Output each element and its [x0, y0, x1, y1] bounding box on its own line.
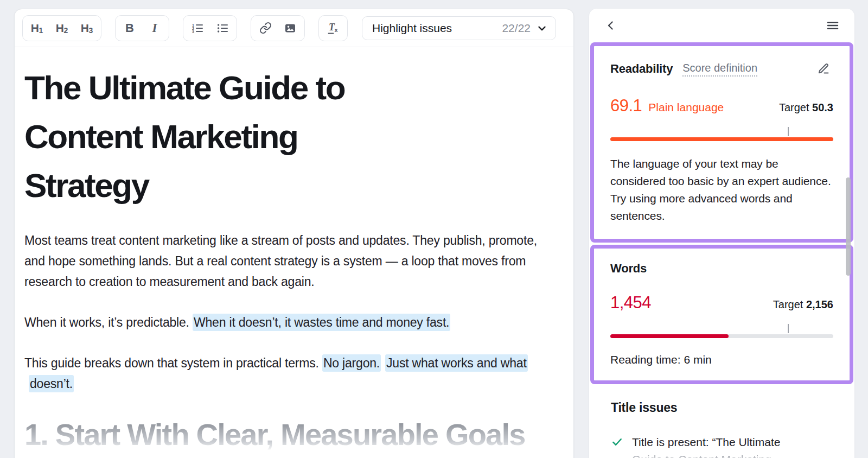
image-icon	[284, 22, 297, 35]
words-title: Words	[610, 262, 647, 276]
edit-target-button[interactable]	[814, 59, 833, 79]
list-button-group: 1 2 3	[183, 15, 237, 41]
h1-button[interactable]: H1	[24, 17, 49, 39]
editor-panel: H1 H2 H3 B I	[14, 9, 574, 458]
bold-label: B	[125, 21, 134, 35]
chevron-left-icon	[604, 19, 617, 32]
document-title-line: Content Marketing	[24, 112, 564, 161]
edit-pencil-icon	[817, 62, 830, 75]
ordered-list-button[interactable]: 1 2 3	[185, 17, 210, 39]
highlight-issues-count: 22/22	[502, 22, 531, 35]
insert-button-group	[251, 15, 305, 41]
h2-label: H	[56, 22, 64, 35]
ordered-list-icon: 1 2 3	[191, 22, 204, 35]
title-issue-text: Title is present: “The Ultimate Guide to…	[632, 434, 780, 458]
link-button[interactable]	[253, 17, 278, 39]
image-button[interactable]	[278, 17, 303, 39]
italic-label: I	[152, 21, 157, 35]
score-definition-link[interactable]: Score definition	[682, 62, 757, 77]
readability-target-marker	[788, 127, 789, 136]
readability-description: The language of your text may be conside…	[610, 155, 833, 225]
clear-format-group: T x	[318, 15, 348, 41]
readability-progress-bar	[610, 137, 833, 141]
heading-button-group: H1 H2 H3	[22, 15, 101, 41]
readability-score: 69.1	[610, 96, 642, 116]
clear-formatting-icon: T x	[326, 21, 340, 35]
words-progress-bar	[610, 334, 833, 338]
highlighted-issue-text: No jargon.	[322, 354, 381, 372]
word-count: 1,454	[610, 293, 651, 313]
unordered-list-icon	[216, 22, 229, 35]
words-target-marker	[788, 324, 789, 333]
title-issues-section: Title issues Title is present: “The Ulti…	[589, 386, 854, 458]
words-card: Words 1,454 Target 2,156 Reading time: 6…	[590, 245, 853, 384]
next-section-heading: 1. Start With Clear, Measurable Goals	[24, 417, 564, 452]
paragraph-text: When it works, it’s predictable.	[24, 315, 193, 329]
document-editing-area[interactable]: The Ultimate Guide to Content Marketing …	[15, 63, 573, 452]
check-icon	[611, 436, 623, 448]
readability-title: Readability	[610, 62, 673, 76]
title-issues-heading: Title issues	[611, 400, 833, 415]
panel-scrollbar-thumb[interactable]	[846, 177, 851, 276]
paragraph: This guide breaks down that system in pr…	[24, 353, 559, 394]
bold-button[interactable]: B	[117, 17, 142, 39]
app-window: H1 H2 H3 B I	[0, 0, 868, 458]
paragraph-text: This guide breaks down that system in pr…	[24, 356, 322, 370]
paragraph-text: Most teams treat content marketing like …	[24, 233, 537, 289]
highlight-issues-dropdown[interactable]: Highlight issues 22/22	[362, 16, 556, 40]
reading-time: Reading time: 6 min	[610, 353, 833, 366]
readability-target: Target 50.3	[779, 101, 833, 114]
h2-button[interactable]: H2	[49, 17, 74, 39]
clear-formatting-button[interactable]: T x	[321, 17, 346, 39]
highlighted-issue-text: When it doesn’t, it wastes time and mone…	[193, 314, 450, 331]
writing-assistant-panel: Readability Score definition 69.1 Plain …	[589, 9, 854, 458]
menu-button[interactable]	[823, 16, 843, 35]
svg-text:x: x	[335, 27, 339, 33]
document-title: The Ultimate Guide to Content Marketing …	[24, 63, 564, 210]
format-button-group: B I	[115, 15, 169, 41]
paragraph: When it works, it’s predictable. When it…	[24, 312, 559, 333]
paragraph: Most teams treat content marketing like …	[24, 230, 559, 292]
h1-label: H	[31, 22, 39, 35]
chevron-down-icon	[536, 22, 548, 34]
title-issue-item: Title is present: “The Ultimate Guide to…	[611, 434, 833, 458]
svg-text:3: 3	[192, 29, 194, 33]
hamburger-menu-icon	[826, 19, 839, 32]
document-title-line: The Ultimate Guide to	[24, 63, 564, 112]
back-button[interactable]	[601, 16, 621, 35]
highlight-issues-label: Highlight issues	[372, 22, 452, 35]
document-title-line: Strategy	[24, 161, 564, 210]
editor-toolbar: H1 H2 H3 B I	[15, 9, 573, 47]
h3-button[interactable]: H3	[74, 17, 99, 39]
words-target: Target 2,156	[773, 298, 833, 311]
assistant-panel-header	[589, 9, 854, 42]
unordered-list-button[interactable]	[210, 17, 235, 39]
readability-card: Readability Score definition 69.1 Plain …	[590, 42, 853, 243]
link-icon	[259, 22, 272, 34]
italic-button[interactable]: I	[142, 17, 167, 39]
readability-score-label: Plain language	[648, 101, 724, 114]
h3-label: H	[81, 22, 89, 35]
